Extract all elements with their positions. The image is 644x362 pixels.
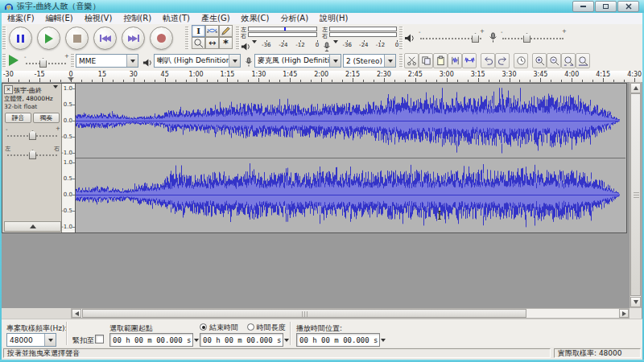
- playback-device-dropdown[interactable]: 喇叭 (High Definition Audic: [154, 54, 241, 68]
- end-time-field[interactable]: 00 h 00 m 00.000 s: [200, 333, 283, 347]
- length-radio[interactable]: [247, 323, 254, 331]
- vertical-scroll-thumb[interactable]: [630, 93, 641, 296]
- menu-item[interactable]: 軌道(T): [157, 13, 196, 24]
- menu-item[interactable]: 分析(A): [275, 13, 314, 24]
- vertical-amplitude-ruler[interactable]: 1.00.50.0-0.5-1.01.00.50.0-0.5-1.0: [62, 84, 76, 232]
- waveform-display[interactable]: [76, 84, 625, 232]
- maximize-button[interactable]: [595, 1, 617, 12]
- silence-selection-button[interactable]: [462, 53, 477, 68]
- snap-to-checkbox[interactable]: [95, 335, 104, 343]
- title-bar[interactable]: 張宇-曲終人散（音樂）: [0, 0, 644, 14]
- meter-toolbar-grip[interactable]: [236, 27, 240, 49]
- menu-item[interactable]: 編輯(E): [40, 13, 79, 24]
- scroll-up-button[interactable]: [630, 83, 641, 93]
- menu-item[interactable]: 效果(C): [236, 13, 275, 24]
- playback-meter-left-bar[interactable]: [248, 27, 317, 31]
- record-icon: [157, 34, 166, 43]
- track-menu-dropdown[interactable]: [53, 88, 58, 104]
- scroll-down-button[interactable]: [630, 297, 641, 307]
- input-microphone-icon: [488, 31, 498, 46]
- gain-slider-thumb[interactable]: [29, 130, 36, 140]
- pause-button[interactable]: [9, 27, 32, 50]
- zoom-to-selection-button[interactable]: [561, 53, 576, 68]
- menu-item[interactable]: 檔案(F): [2, 13, 40, 24]
- output-volume-thumb[interactable]: [472, 33, 479, 43]
- pan-left-label: 左: [5, 145, 10, 153]
- play-button[interactable]: [37, 27, 60, 50]
- input-volume-min-label: -: [501, 29, 503, 35]
- horizontal-scrollbar[interactable]: [71, 308, 630, 319]
- time-shift-tool-button[interactable]: ↔: [205, 37, 219, 49]
- playback-meter-right-bar[interactable]: [248, 32, 317, 37]
- audio-host-dropdown[interactable]: MME: [76, 54, 138, 68]
- ruler-tick-label: 1:00: [189, 71, 204, 78]
- trim-outside-selection-button[interactable]: [448, 53, 462, 68]
- audio-position-field[interactable]: 00 h 00 m 00.000 s: [296, 333, 380, 347]
- pan-slider-thumb[interactable]: [29, 150, 36, 159]
- zoom-in-button[interactable]: [532, 53, 547, 68]
- menu-item[interactable]: 控制(R): [118, 13, 157, 24]
- transcription-toolbar-grip[interactable]: [2, 54, 6, 68]
- zoom-to-project-icon: [578, 56, 588, 66]
- transport-toolbar-grip[interactable]: [2, 27, 6, 49]
- ruler-tick-label: 1:15: [220, 71, 234, 78]
- menu-item[interactable]: 說明(H): [314, 13, 353, 24]
- edit-toolbar-grip[interactable]: [399, 54, 403, 68]
- stop-button[interactable]: [65, 27, 89, 50]
- track-close-button[interactable]: ×: [4, 85, 13, 94]
- vertical-scrollbar[interactable]: [630, 82, 642, 308]
- track-control-panel: × 張宇-曲終 立體聲, 48000Hz 32-bit float 靜音 獨奏 …: [2, 84, 62, 232]
- multi-tool-button[interactable]: *: [219, 37, 233, 49]
- scroll-left-button[interactable]: [72, 309, 81, 318]
- menu-item[interactable]: 產生(G): [196, 13, 236, 24]
- cut-button[interactable]: [404, 53, 419, 68]
- separator: [290, 322, 291, 345]
- redo-button[interactable]: [495, 53, 510, 68]
- clock-button[interactable]: [514, 53, 528, 68]
- tools-toolbar-grip[interactable]: [185, 27, 189, 49]
- recording-channels-dropdown[interactable]: 2 (Stereo) Inpu: [343, 54, 396, 68]
- track-title[interactable]: 張宇-曲終: [14, 86, 42, 95]
- zoom-out-button[interactable]: [547, 53, 561, 68]
- input-volume-slider[interactable]: [502, 38, 564, 39]
- track-area: × 張宇-曲終 立體聲, 48000Hz 32-bit float 靜音 獨奏 …: [2, 82, 642, 319]
- scroll-right-button[interactable]: [619, 309, 629, 318]
- minimize-button[interactable]: [572, 1, 594, 12]
- selection-start-field[interactable]: 00 h 00 m 00.000 s: [109, 333, 193, 347]
- playback-speed-thumb[interactable]: [39, 58, 47, 68]
- envelope-tool-button[interactable]: [205, 25, 219, 37]
- paste-button[interactable]: [433, 53, 448, 68]
- copy-button[interactable]: [419, 53, 433, 68]
- input-volume-thumb[interactable]: [523, 33, 530, 43]
- recording-device-dropdown[interactable]: 麥克風 (High Definition Au: [254, 54, 341, 68]
- device-toolbar-grip[interactable]: [71, 54, 75, 68]
- amplitude-tick: [72, 137, 75, 138]
- play-at-speed-button[interactable]: [9, 55, 19, 66]
- end-time-value: 00 h 00 m 00.000 s: [203, 336, 282, 344]
- zoom-tool-button[interactable]: [192, 37, 205, 49]
- solo-button[interactable]: 獨奏: [33, 113, 60, 123]
- skip-to-start-button[interactable]: [93, 27, 117, 50]
- undo-button[interactable]: [481, 53, 495, 68]
- end-time-radio[interactable]: [200, 323, 207, 331]
- output-speaker-icon: [404, 31, 415, 47]
- draw-tool-button[interactable]: [219, 25, 233, 37]
- mixer-toolbar-grip[interactable]: [399, 27, 403, 49]
- skip-to-end-button[interactable]: [122, 27, 145, 50]
- project-rate-dropdown[interactable]: 48000: [6, 333, 56, 347]
- close-button[interactable]: [617, 1, 639, 12]
- selection-tool-button[interactable]: I: [192, 25, 205, 37]
- amplitude-label: -0.5: [61, 134, 72, 140]
- mute-button[interactable]: 靜音: [5, 113, 31, 123]
- record-button[interactable]: [150, 27, 173, 50]
- menu-item[interactable]: 檢視(V): [79, 13, 118, 24]
- recording-meter-left-bar[interactable]: [329, 27, 397, 31]
- horizontal-scroll-thumb[interactable]: [82, 309, 526, 318]
- zoom-to-project-button[interactable]: [576, 53, 590, 68]
- recording-meter-right-bar[interactable]: [329, 32, 397, 37]
- skip-to-end-icon: [128, 35, 139, 42]
- collapse-track-button[interactable]: [4, 221, 61, 232]
- timeline-ruler[interactable]: -30-1501530451:001:151:301:452:002:152:3…: [2, 71, 642, 83]
- silence-selection-icon: [464, 56, 475, 66]
- ruler-tick-label: 4:30: [627, 71, 642, 78]
